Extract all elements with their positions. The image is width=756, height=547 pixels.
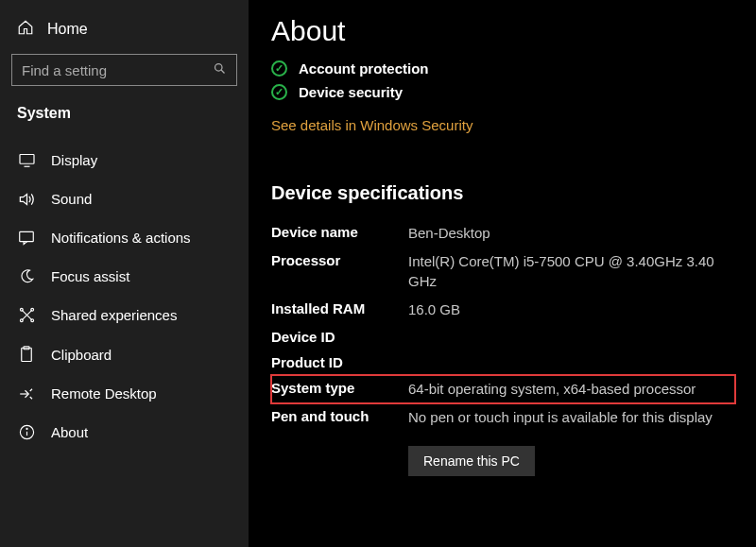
sidebar-group-system: System: [0, 97, 249, 135]
rename-pc-button[interactable]: Rename this PC: [408, 446, 535, 476]
svg-rect-4: [20, 231, 34, 241]
search-input[interactable]: [22, 62, 182, 78]
spec-product-id: Product ID: [271, 350, 735, 375]
svg-rect-2: [20, 155, 34, 164]
spec-device-name: Device name Ben-Desktop: [271, 219, 735, 248]
sidebar-item-label: Clipboard: [51, 347, 112, 363]
svg-point-0: [215, 64, 223, 72]
spec-pen-and-touch: Pen and touch No pen or touch input is a…: [271, 403, 735, 432]
home-label: Home: [47, 21, 88, 38]
spec-system-type: System type 64-bit operating system, x64…: [271, 375, 735, 403]
sidebar-item-label: Focus assist: [51, 268, 129, 284]
status-label: Account protection: [299, 60, 429, 77]
home-icon: [17, 19, 34, 39]
info-icon: [17, 424, 36, 440]
check-icon: ✓: [271, 84, 287, 100]
sound-icon: [17, 192, 36, 207]
spec-value: 64-bit operating system, x64-based proce…: [408, 380, 696, 399]
sidebar-item-label: About: [51, 424, 88, 440]
spec-value: No pen or touch input is available for t…: [408, 408, 713, 427]
sidebar-item-notifications[interactable]: Notifications & actions: [0, 218, 249, 257]
sidebar-item-label: Remote Desktop: [51, 385, 157, 402]
sidebar-item-label: Sound: [51, 191, 92, 207]
spec-key: System type: [271, 380, 408, 396]
sidebar-item-label: Notifications & actions: [51, 230, 191, 246]
check-icon: ✓: [271, 60, 287, 77]
spec-value: Ben-Desktop: [408, 224, 490, 243]
spec-key: Device ID: [271, 329, 408, 345]
sidebar-item-focus-assist[interactable]: Focus assist: [0, 257, 249, 296]
clipboard-icon: [17, 346, 36, 363]
sidebar-item-clipboard[interactable]: Clipboard: [0, 334, 249, 374]
svg-rect-11: [22, 348, 32, 361]
svg-point-8: [30, 308, 33, 311]
spec-key: Pen and touch: [271, 408, 408, 424]
sidebar-item-label: Shared experiences: [51, 307, 177, 323]
status-label: Device security: [299, 84, 403, 100]
status-account-protection: ✓ Account protection: [271, 60, 735, 77]
sidebar-item-label: Display: [51, 152, 97, 168]
sidebar-item-sound[interactable]: Sound: [0, 179, 249, 218]
sidebar-item-shared-experiences[interactable]: Shared experiences: [0, 296, 249, 334]
sidebar-item-about[interactable]: About: [0, 413, 249, 452]
spec-device-id: Device ID: [271, 324, 735, 350]
svg-point-16: [26, 428, 26, 429]
search-icon: [213, 61, 227, 78]
notifications-icon: [17, 231, 36, 246]
spec-installed-ram: Installed RAM 16.0 GB: [271, 296, 735, 324]
moon-icon: [17, 268, 36, 284]
spec-value: 16.0 GB: [408, 300, 460, 319]
spec-value: Intel(R) Core(TM) i5-7500 CPU @ 3.40GHz …: [408, 252, 735, 291]
svg-line-1: [221, 70, 224, 73]
sidebar-item-display[interactable]: Display: [0, 141, 249, 179]
device-specifications-header: Device specifications: [271, 182, 735, 204]
spec-key: Product ID: [271, 354, 408, 370]
status-device-security: ✓ Device security: [271, 84, 735, 100]
display-icon: [17, 153, 36, 167]
spec-key: Processor: [271, 252, 408, 268]
spec-processor: Processor Intel(R) Core(TM) i5-7500 CPU …: [271, 248, 735, 296]
svg-point-7: [20, 308, 23, 311]
main-panel: About ✓ Account protection ✓ Device secu…: [249, 0, 756, 547]
page-title: About: [271, 15, 735, 47]
remote-desktop-icon: [17, 386, 36, 402]
sidebar-item-remote-desktop[interactable]: Remote Desktop: [0, 374, 249, 413]
spec-key: Device name: [271, 224, 408, 240]
search-input-wrap[interactable]: [11, 54, 237, 86]
windows-security-link[interactable]: See details in Windows Security: [271, 117, 472, 133]
svg-point-9: [20, 319, 23, 322]
svg-point-10: [30, 319, 33, 322]
share-icon: [17, 307, 36, 323]
settings-sidebar: Home System Display Sound Notifications …: [0, 0, 249, 547]
sidebar-nav-list: Display Sound Notifications & actions Fo…: [0, 135, 249, 452]
spec-key: Installed RAM: [271, 300, 408, 316]
home-nav[interactable]: Home: [0, 11, 249, 48]
